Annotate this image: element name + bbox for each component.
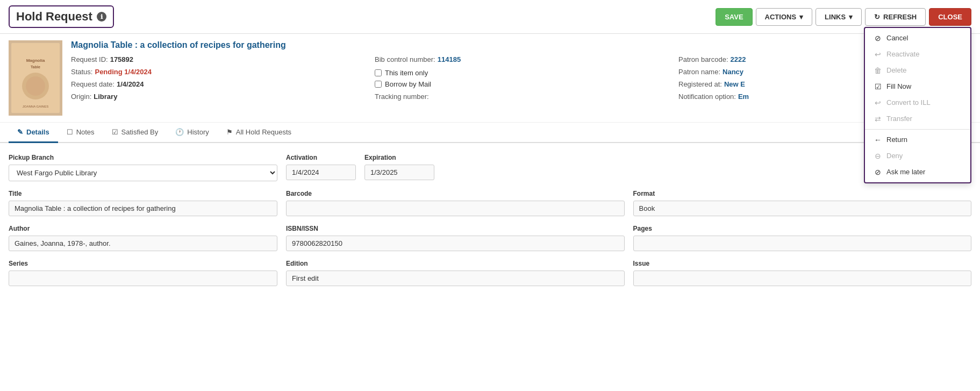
activation-field: Activation: [286, 154, 356, 180]
status-label: Status:: [71, 68, 92, 76]
status-value: Pending 1/4/2024: [95, 68, 152, 76]
action-deny-label: Deny: [886, 152, 903, 160]
tab-satisfied-by[interactable]: ☑ Satisfied By: [103, 123, 167, 143]
series-input[interactable]: [9, 271, 277, 286]
title-text: Hold Request: [16, 10, 92, 24]
save-button[interactable]: SAVE: [716, 8, 752, 26]
tracking-label: Tracking number:: [375, 93, 429, 101]
barcode-field: Barcode: [286, 190, 625, 216]
action-ask-later[interactable]: ⊘ Ask me later: [865, 164, 970, 180]
form-row-4: Series Edition Issue: [9, 260, 971, 286]
format-label: Format: [633, 190, 972, 197]
tab-all-hold-requests[interactable]: ⚑ All Hold Requests: [218, 123, 300, 143]
series-label: Series: [9, 260, 277, 267]
expiration-input[interactable]: [364, 165, 434, 180]
form-row-3: Author ISBN/ISSN Pages: [9, 225, 971, 251]
borrow-by-mail-checkbox[interactable]: [375, 81, 382, 88]
book-meta: Request ID: 175892 Status: Pending 1/4/2…: [71, 55, 971, 101]
pickup-branch-field: Pickup Branch West Fargo Public Library: [9, 154, 277, 181]
borrow-by-mail-row: Borrow by Mail: [375, 80, 668, 88]
author-label: Author: [9, 225, 277, 232]
satisfied-by-tab-icon: ☑: [112, 128, 118, 136]
status-row: Status: Pending 1/4/2024: [71, 68, 364, 76]
format-field: Format: [633, 190, 972, 216]
tab-notes[interactable]: ☐ Notes: [58, 123, 103, 143]
edition-field: Edition: [286, 260, 625, 286]
action-ask-later-label: Ask me later: [886, 168, 925, 176]
header: Hold Request ℹ SAVE ACTIONS ▾ ⊘ Cancel ↩…: [0, 0, 980, 34]
edition-label: Edition: [286, 260, 625, 267]
action-delete: 🗑 Delete: [865, 62, 970, 79]
refresh-button[interactable]: ↻ REFRESH: [865, 8, 926, 26]
form-row-2: Title Barcode Format: [9, 190, 971, 216]
pickup-branch-select[interactable]: West Fargo Public Library: [9, 165, 277, 181]
title-input[interactable]: [9, 201, 277, 216]
book-cover-image: Magnolia Table JOANNA GAINES: [9, 40, 62, 116]
actions-chevron-icon: ▾: [799, 13, 803, 21]
refresh-label: REFRESH: [883, 13, 917, 21]
origin-row: Origin: Library: [71, 93, 364, 101]
series-field: Series: [9, 260, 277, 286]
patron-barcode-label: Patron barcode:: [678, 55, 728, 63]
book-title-link[interactable]: Magnolia Table : a collection of recipes…: [71, 40, 286, 49]
close-button[interactable]: CLOSE: [929, 8, 971, 26]
links-button[interactable]: LINKS ▾: [816, 8, 862, 26]
meta-col-1: Request ID: 175892 Status: Pending 1/4/2…: [71, 55, 364, 101]
page-title: Hold Request ℹ: [9, 5, 114, 28]
patron-barcode-link[interactable]: 2222: [731, 55, 746, 63]
info-icon[interactable]: ℹ: [97, 12, 106, 22]
transfer-icon: ⇄: [874, 115, 882, 123]
notification-label: Notification option:: [678, 93, 736, 101]
bib-control-link[interactable]: 114185: [438, 55, 461, 63]
tab-history[interactable]: 🕐 History: [167, 123, 217, 143]
action-fill-now[interactable]: ☑ Fill Now: [865, 79, 970, 95]
pickup-branch-label: Pickup Branch: [9, 154, 277, 161]
barcode-input[interactable]: [286, 201, 625, 216]
borrow-by-mail-label[interactable]: Borrow by Mail: [385, 80, 431, 88]
patron-name-label: Patron name:: [678, 68, 720, 76]
request-id-label: Request ID:: [71, 55, 108, 63]
author-field: Author: [9, 225, 277, 251]
registered-at-value: New E: [724, 80, 745, 88]
action-convert-ill-label: Convert to ILL: [886, 98, 931, 106]
action-reactivate: ↩ Reactivate: [865, 46, 970, 62]
notification-value: Em: [738, 93, 749, 101]
expiration-field: Expiration: [364, 154, 434, 180]
svg-text:Magnolia: Magnolia: [26, 58, 45, 63]
tab-notes-label: Notes: [76, 128, 95, 136]
actions-label: ACTIONS: [765, 13, 797, 21]
all-holds-tab-icon: ⚑: [226, 128, 233, 136]
this-item-only-label[interactable]: This item only: [385, 69, 428, 77]
request-id-value: 175892: [110, 55, 133, 63]
action-reactivate-label: Reactivate: [886, 50, 919, 58]
tab-satisfied-by-label: Satisfied By: [121, 128, 159, 136]
history-tab-icon: 🕐: [175, 128, 184, 136]
action-delete-label: Delete: [886, 66, 907, 74]
header-actions: SAVE ACTIONS ▾ ⊘ Cancel ↩ Reactivate 🗑 D…: [716, 8, 971, 26]
tracking-row: Tracking number:: [375, 93, 668, 101]
edition-input[interactable]: [286, 271, 625, 286]
activation-input[interactable]: [286, 165, 356, 180]
request-id-row: Request ID: 175892: [71, 55, 364, 63]
actions-dropdown: ⊘ Cancel ↩ Reactivate 🗑 Delete ☑ Fill No…: [864, 27, 971, 183]
isbn-input[interactable]: [286, 236, 625, 251]
book-info: Magnolia Table : a collection of recipes…: [71, 40, 971, 116]
issue-input[interactable]: [633, 271, 972, 286]
action-cancel[interactable]: ⊘ Cancel: [865, 30, 970, 46]
meta-col-2: Bib control number: 114185 This item onl…: [375, 55, 668, 101]
pages-input[interactable]: [633, 236, 972, 251]
actions-button[interactable]: ACTIONS ▾: [756, 8, 813, 26]
this-item-only-row: This item only: [375, 69, 668, 77]
action-return[interactable]: ← Return: [865, 132, 970, 148]
notes-tab-icon: ☐: [67, 128, 73, 136]
request-date-row: Request date: 1/4/2024: [71, 80, 364, 88]
format-input[interactable]: [633, 201, 972, 216]
this-item-only-checkbox[interactable]: [375, 69, 382, 76]
origin-label: Origin:: [71, 93, 91, 101]
tabs-bar: ✎ Details ☐ Notes ☑ Satisfied By 🕐 Histo…: [0, 123, 980, 143]
author-input[interactable]: [9, 236, 277, 251]
reactivate-icon: ↩: [874, 50, 882, 59]
tab-details[interactable]: ✎ Details: [9, 123, 58, 143]
action-cancel-label: Cancel: [886, 34, 908, 42]
refresh-icon: ↻: [874, 13, 880, 21]
